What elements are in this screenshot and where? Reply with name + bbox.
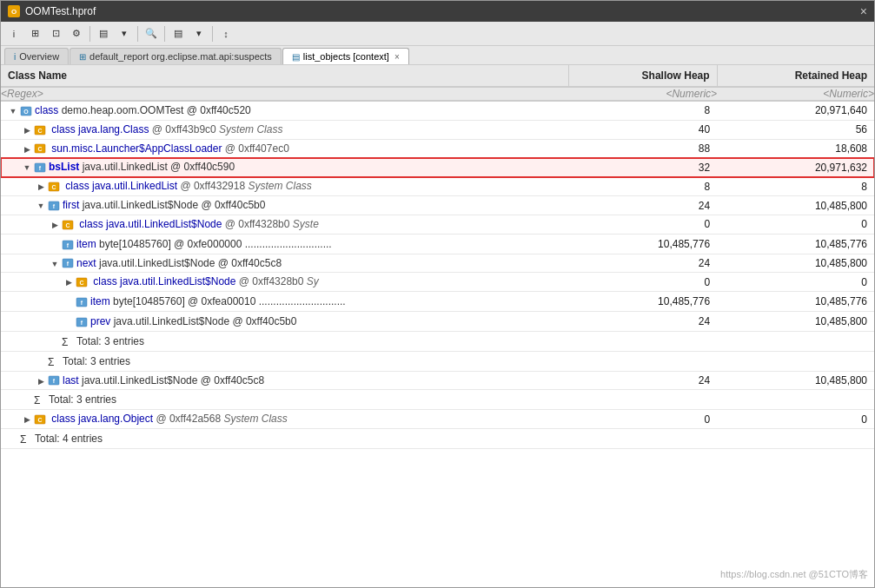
cell-classname-text: class demo.heap.oom.OOMTest @ 0xff40c520 bbox=[35, 104, 251, 116]
row-expander[interactable]: ▼ bbox=[8, 106, 18, 116]
row-icon: f bbox=[62, 239, 74, 251]
cell-classname: ▶C class java.util.LinkedList$Node @ 0xf… bbox=[1, 273, 568, 292]
col-header-retained[interactable]: Retained Heap bbox=[717, 65, 874, 87]
table-row[interactable]: ▶C sun.misc.Launcher$AppClassLoader @ 0x… bbox=[1, 139, 874, 158]
table-row[interactable]: ▶C class java.lang.Class @ 0xff43b9c0 Sy… bbox=[1, 120, 874, 139]
table-row[interactable]: ΣTotal: 4 entries bbox=[1, 429, 874, 449]
toolbar-search-btn[interactable]: 🔍 bbox=[142, 24, 161, 43]
title-bar-close[interactable]: × bbox=[860, 4, 867, 18]
cell-retained-heap bbox=[717, 390, 874, 410]
cell-classname-text: bsList java.util.LinkedList @ 0xff40c590 bbox=[49, 161, 235, 173]
cell-shallow-heap: 40 bbox=[568, 120, 717, 139]
row-icon: f bbox=[48, 200, 60, 212]
cell-retained-heap: 20,971,640 bbox=[717, 101, 874, 120]
row-icon: C bbox=[62, 219, 74, 231]
cell-classname-text: Total: 4 entries bbox=[35, 433, 103, 445]
row-expander[interactable]: ▶ bbox=[36, 376, 46, 386]
filter-classname[interactable]: <Regex> bbox=[1, 87, 568, 101]
toolbar-info-btn[interactable]: i bbox=[4, 24, 23, 43]
cell-classname: fitem byte[10485760] @ 0xfea00010 ......… bbox=[1, 292, 568, 312]
row-icon: C bbox=[34, 142, 46, 155]
cell-shallow-heap bbox=[568, 429, 717, 449]
toolbar-sep3 bbox=[164, 26, 165, 42]
row-icon: C bbox=[34, 124, 46, 136]
tab-list-close[interactable]: × bbox=[394, 52, 400, 62]
cell-classname-text: last java.util.LinkedList$Node @ 0xff40c… bbox=[63, 374, 264, 386]
toolbar-view-dropdown-btn[interactable]: ▾ bbox=[189, 24, 209, 43]
svg-text:C: C bbox=[37, 417, 42, 423]
table-row[interactable]: ▼fnext java.util.LinkedList$Node @ 0xff4… bbox=[1, 254, 874, 273]
filter-shallow[interactable]: <Numeric> bbox=[568, 87, 717, 101]
table-body: ▼Oclass demo.heap.oom.OOMTest @ 0xff40c5… bbox=[1, 101, 874, 448]
row-icon: O bbox=[20, 105, 32, 117]
row-expander[interactable]: ▶ bbox=[36, 182, 46, 192]
filter-retained-value: <Numeric> bbox=[823, 88, 874, 100]
col-header-classname[interactable]: Class Name bbox=[1, 65, 568, 87]
cell-retained-heap: 10,485,776 bbox=[717, 234, 874, 254]
toolbar-dropdown-btn[interactable]: ▾ bbox=[115, 24, 134, 43]
row-expander[interactable]: ▼ bbox=[22, 162, 32, 173]
table-row[interactable]: ΣTotal: 3 entries bbox=[1, 351, 874, 371]
cell-retained-heap: 20,971,632 bbox=[717, 158, 874, 177]
cell-classname-text: item byte[10485760] @ 0xfe000000 .......… bbox=[76, 238, 332, 250]
cell-classname: ΣTotal: 3 entries bbox=[1, 331, 568, 351]
table-row[interactable]: fprev java.util.LinkedList$Node @ 0xff40… bbox=[1, 312, 874, 332]
toolbar-menu-btn[interactable]: ▤ bbox=[94, 24, 113, 43]
toolbar-list-btn[interactable]: ⊡ bbox=[46, 24, 65, 43]
row-icon: C bbox=[48, 181, 60, 193]
svg-text:O: O bbox=[23, 109, 29, 115]
filter-retained[interactable]: <Numeric> bbox=[717, 87, 874, 101]
tab-list-objects[interactable]: ▤ list_objects [context] × bbox=[282, 48, 409, 64]
cell-shallow-heap: 10,485,776 bbox=[568, 234, 717, 254]
cell-retained-heap: 10,485,800 bbox=[717, 371, 874, 390]
cell-retained-heap: 0 bbox=[717, 215, 874, 234]
table-row[interactable]: ΣTotal: 3 entries bbox=[1, 390, 874, 410]
toolbar-settings-btn[interactable]: ⚙ bbox=[67, 24, 86, 43]
row-expander[interactable]: ▶ bbox=[22, 144, 32, 155]
row-expander bbox=[8, 432, 18, 442]
row-expander[interactable]: ▶ bbox=[22, 125, 32, 135]
row-icon: f bbox=[62, 257, 74, 269]
row-expander[interactable]: ▶ bbox=[22, 414, 32, 425]
row-expander[interactable]: ▶ bbox=[50, 220, 60, 230]
table-row[interactable]: ▶C class java.util.LinkedList$Node @ 0xf… bbox=[1, 273, 874, 292]
cell-shallow-heap: 0 bbox=[568, 410, 717, 429]
table-row[interactable]: ▶C class java.lang.Object @ 0xff42a568 S… bbox=[1, 410, 874, 429]
toolbar-view-btn[interactable]: ▤ bbox=[169, 24, 188, 43]
toolbar-chart-btn[interactable]: ↕ bbox=[216, 24, 235, 43]
table-row[interactable]: ▶flast java.util.LinkedList$Node @ 0xff4… bbox=[1, 371, 874, 390]
cell-shallow-heap bbox=[568, 331, 717, 351]
tab-default-report[interactable]: ⊞ default_report org.eclipse.mat.api:sus… bbox=[70, 48, 282, 64]
table-row[interactable]: ▼Oclass demo.heap.oom.OOMTest @ 0xff40c5… bbox=[1, 101, 874, 120]
cell-retained-heap: 10,485,800 bbox=[717, 254, 874, 273]
table-row[interactable]: ▶C class java.util.LinkedList$Node @ 0xf… bbox=[1, 215, 874, 234]
toolbar: i ⊞ ⊡ ⚙ ▤ ▾ 🔍 ▤ ▾ ↕ bbox=[1, 22, 874, 46]
tab-list-label: list_objects [context] bbox=[303, 51, 389, 62]
table-row[interactable]: ΣTotal: 3 entries bbox=[1, 331, 874, 351]
cell-retained-heap: 10,485,776 bbox=[717, 292, 874, 312]
col-header-shallow[interactable]: Shallow Heap bbox=[568, 65, 717, 87]
cell-classname-text: Total: 3 entries bbox=[76, 335, 144, 347]
table-row[interactable]: ▼ffirst java.util.LinkedList$Node @ 0xff… bbox=[1, 196, 874, 215]
content-area: Class Name Shallow Heap Retained Heap <R… bbox=[1, 65, 874, 587]
cell-classname-text: class java.lang.Class @ 0xff43b9c0 Syste… bbox=[49, 123, 282, 135]
table-row[interactable]: fitem byte[10485760] @ 0xfe000000 ......… bbox=[1, 234, 874, 254]
cell-retained-heap: 0 bbox=[717, 410, 874, 429]
table-row[interactable]: ▼fbsList java.util.LinkedList @ 0xff40c5… bbox=[1, 158, 874, 177]
table-row[interactable]: fitem byte[10485760] @ 0xfea00010 ......… bbox=[1, 292, 874, 312]
cell-classname-text: sun.misc.Launcher$AppClassLoader @ 0xff4… bbox=[49, 142, 289, 155]
tab-overview-label: Overview bbox=[19, 51, 59, 62]
tab-overview[interactable]: i Overview bbox=[4, 48, 69, 64]
cell-shallow-heap: 24 bbox=[568, 371, 717, 390]
cell-classname: ▶flast java.util.LinkedList$Node @ 0xff4… bbox=[1, 371, 568, 390]
row-expander[interactable]: ▼ bbox=[50, 259, 60, 269]
row-icon: f bbox=[34, 162, 46, 174]
table-row[interactable]: ▶C class java.util.LinkedList @ 0xff4329… bbox=[1, 177, 874, 196]
cell-shallow-heap bbox=[568, 351, 717, 371]
toolbar-grid-btn[interactable]: ⊞ bbox=[25, 24, 44, 43]
title-bar: O OOMTest.hprof × bbox=[1, 1, 874, 22]
row-expander[interactable]: ▼ bbox=[36, 201, 46, 211]
row-expander[interactable]: ▶ bbox=[63, 277, 74, 287]
row-expander bbox=[36, 354, 46, 365]
svg-text:C: C bbox=[65, 222, 70, 228]
